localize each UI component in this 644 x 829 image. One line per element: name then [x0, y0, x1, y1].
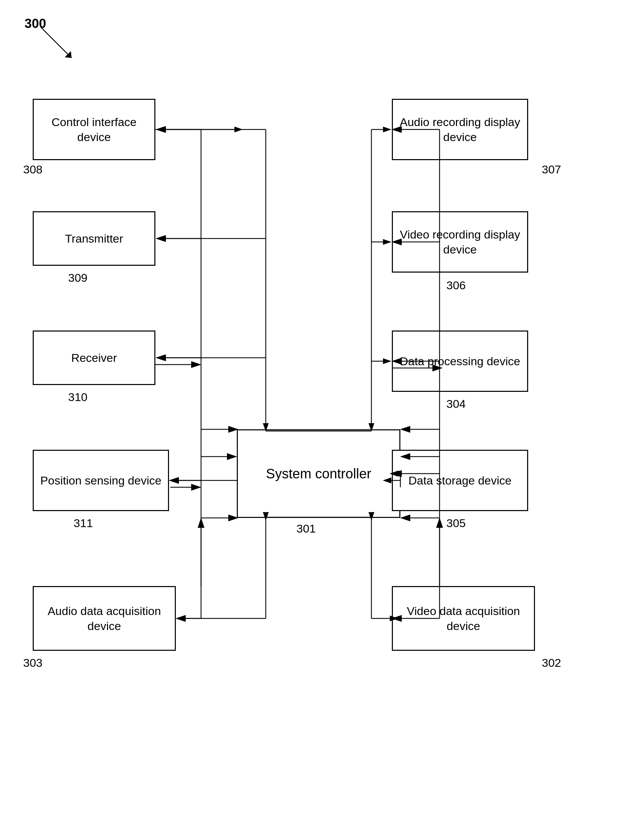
ref-306: 306: [446, 279, 466, 292]
ref-310: 310: [68, 391, 88, 404]
ref-302: 302: [542, 656, 561, 670]
ref-308: 308: [23, 163, 43, 176]
ref-311: 311: [74, 517, 93, 530]
ref-309: 309: [68, 271, 88, 285]
ref-307: 307: [542, 163, 561, 176]
audio-data-box: Audio data acquisition device: [33, 586, 176, 651]
audio-recording-box: Audio recording display device: [392, 99, 528, 160]
ref-303: 303: [23, 656, 43, 670]
video-data-box: Video data acquisition device: [392, 586, 535, 651]
position-sensing-box: Position sensing device: [33, 450, 169, 511]
data-processing-box: Data processing device: [392, 331, 528, 392]
ref-301: 301: [296, 522, 316, 535]
svg-line-0: [41, 27, 72, 58]
system-controller-box: System controller: [237, 429, 400, 518]
video-recording-box: Video recording display device: [392, 211, 528, 273]
transmitter-box: Transmitter: [33, 211, 155, 266]
receiver-box: Receiver: [33, 331, 155, 385]
data-storage-box: Data storage device: [392, 450, 528, 511]
ref-304: 304: [446, 397, 466, 411]
control-interface-box: Control interface device: [33, 99, 155, 160]
ref-305: 305: [446, 517, 466, 530]
